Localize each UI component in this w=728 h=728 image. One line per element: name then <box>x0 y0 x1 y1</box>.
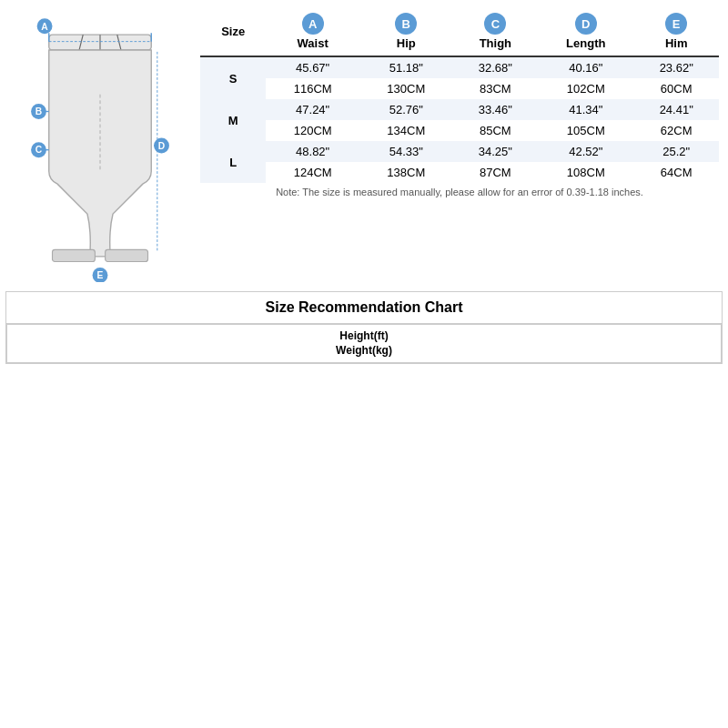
badge-d: D <box>575 13 597 35</box>
svg-text:D: D <box>158 141 165 151</box>
col-b-header: B Hip <box>359 9 453 56</box>
metric-value: 62CM <box>633 120 719 141</box>
size-row-metric-m: 120CM134CM85CM105CM62CM <box>200 120 719 141</box>
svg-text:C: C <box>35 145 43 155</box>
metric-value: 105CM <box>538 120 633 141</box>
col-a-label: Waist <box>298 36 329 50</box>
rec-header-row: Height(ft) Weight(kg) <box>7 325 722 363</box>
size-col-header: Size <box>200 9 266 56</box>
size-measurements-table: Size A Waist B Hip C Thigh D <box>200 9 719 183</box>
metric-value: 124CM <box>266 162 359 183</box>
size-row-imperial-s: S45.67"51.18"32.68"40.16"23.62" <box>200 56 719 78</box>
rec-chart-title: Size Recommendation Chart <box>6 292 722 324</box>
size-row-imperial-m: M47.24"52.76"33.46"41.34"24.41" <box>200 99 719 120</box>
col-c-label: Thigh <box>480 36 511 50</box>
badge-b: B <box>395 13 417 35</box>
col-e-label: Him <box>665 36 688 50</box>
top-section: A B C D E <box>0 0 728 291</box>
metric-value: 85CM <box>453 120 539 141</box>
imperial-value: 48.82" <box>266 141 359 162</box>
imperial-value: 47.24" <box>266 99 359 120</box>
metric-value: 83CM <box>453 78 539 99</box>
svg-rect-6 <box>106 249 148 261</box>
pants-diagram: A B C D E <box>18 9 182 282</box>
size-table-area: Size A Waist B Hip C Thigh D <box>200 9 719 282</box>
table-header-row: Size A Waist B Hip C Thigh D <box>200 9 719 56</box>
col-c-header: C Thigh <box>453 9 539 56</box>
col-d-label: Length <box>566 36 605 50</box>
imperial-value: 41.34" <box>538 99 633 120</box>
badge-c: C <box>484 13 506 35</box>
size-label-s: S <box>200 56 266 99</box>
size-row-metric-s: 116CM130CM83CM102CM60CM <box>200 78 719 99</box>
col-e-header: E Him <box>633 9 719 56</box>
col-d-header: D Length <box>538 9 633 56</box>
metric-value: 64CM <box>633 162 719 183</box>
svg-rect-5 <box>53 249 96 261</box>
imperial-value: 54.33" <box>359 141 453 162</box>
metric-value: 120CM <box>266 120 359 141</box>
metric-value: 87CM <box>453 162 539 183</box>
col-b-label: Hip <box>397 36 416 50</box>
corner-header: Height(ft) Weight(kg) <box>7 325 722 363</box>
svg-text:A: A <box>41 22 48 32</box>
weight-label: Weight(kg) <box>336 344 392 357</box>
metric-value: 138CM <box>359 162 453 183</box>
size-label-l: L <box>200 141 266 183</box>
size-row-imperial-l: L48.82"54.33"34.25"42.52"25.2" <box>200 141 719 162</box>
imperial-value: 45.67" <box>266 56 359 78</box>
svg-text:E: E <box>97 270 104 280</box>
imperial-value: 51.18" <box>359 56 453 78</box>
badge-a: A <box>302 13 324 35</box>
diagram-area: A B C D E <box>9 9 191 282</box>
size-note: Note: The size is measured manually, ple… <box>200 183 719 203</box>
col-a-header: A Waist <box>266 9 359 56</box>
rec-chart-table: Height(ft) Weight(kg) <box>6 324 722 363</box>
imperial-value: 34.25" <box>453 141 539 162</box>
badge-e: E <box>665 13 687 35</box>
imperial-value: 23.62" <box>633 56 719 78</box>
recommendation-section: Size Recommendation Chart Height(ft) Wei… <box>5 291 723 364</box>
metric-value: 130CM <box>359 78 453 99</box>
imperial-value: 33.46" <box>453 99 539 120</box>
imperial-value: 42.52" <box>538 141 633 162</box>
metric-value: 116CM <box>266 78 359 99</box>
metric-value: 102CM <box>538 78 633 99</box>
metric-value: 108CM <box>538 162 633 183</box>
imperial-value: 52.76" <box>359 99 453 120</box>
metric-value: 60CM <box>633 78 719 99</box>
size-row-metric-l: 124CM138CM87CM108CM64CM <box>200 162 719 183</box>
height-label: Height(ft) <box>339 329 388 342</box>
metric-value: 134CM <box>359 120 453 141</box>
imperial-value: 24.41" <box>633 99 719 120</box>
svg-text:B: B <box>35 106 42 116</box>
imperial-value: 32.68" <box>453 56 539 78</box>
size-label-m: M <box>200 99 266 141</box>
imperial-value: 25.2" <box>633 141 719 162</box>
imperial-value: 40.16" <box>538 56 633 78</box>
